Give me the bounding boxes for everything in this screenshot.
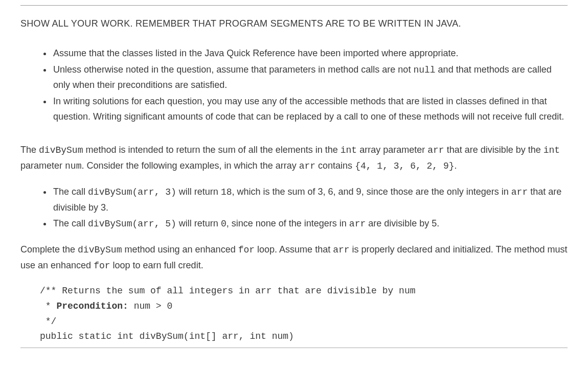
code-line: * Precondition: num > 0 bbox=[40, 301, 172, 311]
problem-intro: The divBySum method is intended to retur… bbox=[20, 143, 568, 174]
code-inline: divBySum(arr, 5) bbox=[88, 219, 176, 229]
instruction-item: Unless otherwise noted in the question, … bbox=[52, 62, 568, 93]
task-paragraph: Complete the divBySum method using an en… bbox=[20, 242, 568, 273]
example-item: The call divBySum(arr, 3) will return 18… bbox=[52, 184, 568, 215]
example-item: The call divBySum(arr, 5) will return 0,… bbox=[52, 216, 568, 232]
code-inline: arr bbox=[299, 161, 315, 171]
code-inline: int bbox=[544, 145, 560, 155]
code-signature: /** Returns the sum of all integers in a… bbox=[20, 284, 568, 344]
code-inline: for bbox=[238, 245, 255, 255]
code-null: null bbox=[413, 65, 435, 75]
instructions-list: Assume that the classes listed in the Ja… bbox=[20, 46, 568, 124]
code-line: /** Returns the sum of all integers in a… bbox=[40, 286, 416, 296]
code-line: */ bbox=[40, 316, 56, 327]
code-inline: arr bbox=[427, 145, 444, 155]
code-inline: {4, 1, 3, 6, 2, 9} bbox=[355, 161, 454, 171]
code-inline: divBySum bbox=[39, 145, 83, 155]
code-inline: for bbox=[94, 261, 110, 271]
code-inline: num bbox=[65, 161, 81, 171]
code-inline: arr bbox=[349, 219, 366, 229]
code-inline: 18 bbox=[221, 187, 232, 197]
examples-list: The call divBySum(arr, 3) will return 18… bbox=[20, 184, 568, 232]
code-inline: int bbox=[341, 145, 357, 155]
code-inline: arr bbox=[333, 245, 349, 255]
instructions-header: SHOW ALL YOUR WORK. REMEMBER THAT PROGRA… bbox=[20, 17, 568, 31]
code-line: public static int divBySum(int[] arr, in… bbox=[40, 331, 294, 341]
code-inline: divBySum bbox=[78, 245, 122, 255]
instruction-item: In writing solutions for each question, … bbox=[52, 94, 568, 124]
code-inline: divBySum(arr, 3) bbox=[88, 187, 176, 197]
code-inline: arr bbox=[511, 187, 528, 197]
code-inline: 0 bbox=[221, 219, 227, 229]
instruction-item: Assume that the classes listed in the Ja… bbox=[52, 46, 568, 61]
